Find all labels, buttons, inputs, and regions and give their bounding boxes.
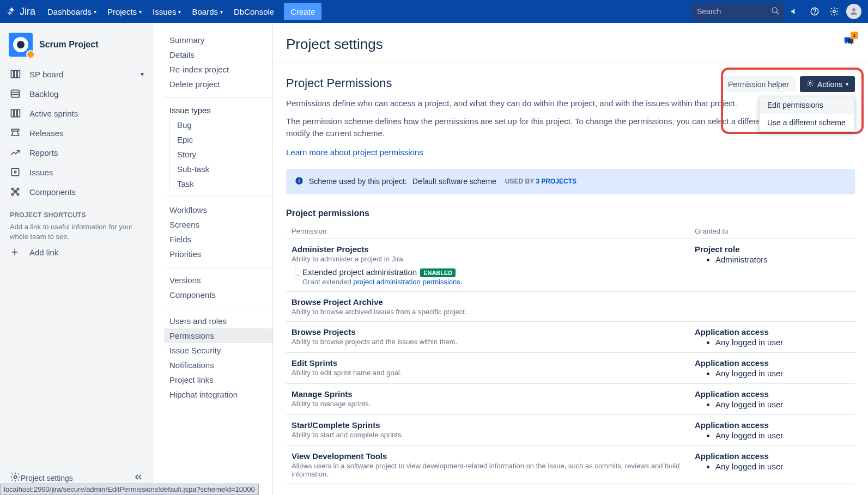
settings-nav-sub-task[interactable]: Sub-task bbox=[164, 162, 272, 176]
actions-label: Actions bbox=[817, 80, 842, 89]
nav-menu-boards[interactable]: Boards▾ bbox=[187, 3, 227, 20]
settings-nav: SummaryDetailsRe-index projectDelete pro… bbox=[154, 23, 273, 495]
settings-nav-components[interactable]: Components bbox=[164, 288, 272, 302]
settings-nav-screens[interactable]: Screens bbox=[164, 217, 272, 232]
sidebar-item-releases[interactable]: Releases bbox=[4, 123, 149, 143]
sidebar-item-active-sprints[interactable]: Active sprints bbox=[4, 103, 149, 123]
active-sprints-icon bbox=[10, 108, 22, 119]
permission-name: Manage Sprints bbox=[292, 389, 695, 399]
grant-item: Any logged in user bbox=[715, 338, 849, 347]
settings-nav-issue-security[interactable]: Issue Security bbox=[164, 343, 272, 358]
feedback-icon[interactable]: 1 bbox=[843, 35, 855, 48]
permission-desc: Ability to manage sprints. bbox=[292, 400, 695, 408]
sidebar-item-board[interactable]: SP board ▾ bbox=[4, 64, 149, 84]
sidebar-item-reports[interactable]: Reports bbox=[4, 143, 149, 162]
svg-rect-12 bbox=[11, 109, 14, 117]
permission-name: Start/Complete Sprints bbox=[292, 420, 695, 430]
actions-dropdown: Edit permissions Use a different scheme bbox=[759, 96, 855, 132]
chevron-down-icon: ▾ bbox=[846, 81, 848, 87]
settings-nav-summary[interactable]: Summary bbox=[164, 33, 272, 47]
settings-nav-hipchat-integration[interactable]: Hipchat integration bbox=[164, 387, 272, 402]
settings-nav-users-and-roles[interactable]: Users and roles bbox=[164, 314, 272, 328]
sidebar-item-backlog[interactable]: Backlog bbox=[4, 84, 149, 103]
actions-button[interactable]: Actions ▾ bbox=[800, 76, 855, 92]
learn-more-link[interactable]: Learn more about project permissions bbox=[286, 148, 423, 157]
nav-menu-dashboards[interactable]: Dashboards▾ bbox=[43, 3, 101, 20]
project-sidebar: Scrum Project SP board ▾ BacklogActive s… bbox=[0, 23, 154, 495]
profile-avatar[interactable] bbox=[845, 3, 863, 20]
grant-title: Application access bbox=[695, 358, 849, 368]
svg-point-32 bbox=[299, 178, 300, 179]
settings-nav-priorities[interactable]: Priorities bbox=[164, 247, 272, 261]
permission-row: Browse ProjectsAbility to browse project… bbox=[286, 322, 855, 353]
add-link[interactable]: Add link bbox=[4, 243, 149, 261]
sub-permission-desc: Grant extended project administration pe… bbox=[302, 278, 695, 286]
svg-rect-7 bbox=[14, 70, 16, 77]
permission-helper-button[interactable]: Permission helper bbox=[721, 76, 796, 92]
nav-menu-dbconsole[interactable]: DbConsole bbox=[229, 3, 278, 20]
dropdown-item-use-scheme[interactable]: Use a different scheme bbox=[760, 114, 854, 131]
settings-nav-project-links[interactable]: Project links bbox=[164, 372, 272, 387]
permission-name: Edit Sprints bbox=[292, 358, 695, 368]
sidebar-item-issues[interactable]: Issues bbox=[4, 162, 149, 182]
grant-item: Any logged in user bbox=[715, 462, 849, 471]
brand[interactable]: Jira bbox=[5, 5, 35, 17]
svg-rect-15 bbox=[11, 168, 19, 175]
scheme-label: Scheme used by this project: bbox=[309, 177, 407, 186]
settings-nav-details[interactable]: Details bbox=[164, 47, 272, 62]
permission-row: Edit SprintsAbility to edit sprint name … bbox=[286, 353, 855, 384]
settings-nav-delete-project[interactable]: Delete project bbox=[164, 77, 272, 91]
grant-title: Project role bbox=[695, 245, 849, 254]
settings-nav-notifications[interactable]: Notifications bbox=[164, 358, 272, 372]
used-by-link[interactable]: 3 PROJECTS bbox=[536, 178, 576, 185]
settings-nav-re-index-project[interactable]: Re-index project bbox=[164, 62, 272, 77]
perm-section-title: Project permissions bbox=[286, 209, 855, 218]
used-by-label: USED BY bbox=[505, 178, 534, 185]
nav-menu-projects[interactable]: Projects▾ bbox=[103, 3, 146, 20]
permission-desc: Ability to browse archived issues from a… bbox=[292, 308, 695, 316]
main-content: 1 Project settings Project Permissions P… bbox=[273, 23, 868, 495]
settings-nav-permissions[interactable]: Permissions bbox=[164, 328, 272, 343]
permission-name: Administer Projects bbox=[292, 245, 695, 254]
grant-item: Administrators bbox=[715, 255, 849, 264]
permission-desc: Ability to administer a project in Jira. bbox=[292, 255, 695, 263]
grant-title: Application access bbox=[695, 451, 849, 461]
settings-nav-bug[interactable]: Bug bbox=[164, 118, 272, 132]
search-input[interactable] bbox=[691, 3, 784, 20]
sub-permission-name: Extended project administrationENABLED bbox=[302, 267, 695, 277]
add-link-label: Add link bbox=[29, 248, 58, 257]
issues-icon bbox=[10, 167, 22, 178]
svg-point-4 bbox=[833, 10, 836, 13]
svg-rect-8 bbox=[17, 70, 20, 77]
settings-nav-workflows[interactable]: Workflows bbox=[164, 203, 272, 217]
svg-rect-31 bbox=[299, 180, 299, 182]
settings-nav-story[interactable]: Story bbox=[164, 147, 272, 162]
permission-name: View Development Tools bbox=[292, 451, 695, 461]
settings-nav-task[interactable]: Task bbox=[164, 176, 272, 191]
grant-title: Application access bbox=[695, 420, 849, 430]
backlog-icon bbox=[10, 88, 22, 99]
nav-menu-issues[interactable]: Issues▾ bbox=[148, 3, 185, 20]
sidebar-item-components[interactable]: Components bbox=[4, 182, 149, 201]
permission-desc: Allows users in a software project to vi… bbox=[292, 462, 695, 478]
releases-icon bbox=[10, 127, 22, 138]
svg-rect-9 bbox=[11, 90, 20, 97]
settings-nav-issue-types[interactable]: Issue types bbox=[164, 103, 272, 118]
settings-nav-fields[interactable]: Fields bbox=[164, 232, 272, 247]
create-button[interactable]: Create bbox=[284, 3, 321, 20]
scheme-info-panel: Scheme used by this project: Default sof… bbox=[286, 169, 855, 194]
svg-point-16 bbox=[14, 171, 16, 173]
svg-rect-13 bbox=[14, 109, 16, 117]
settings-nav-epic[interactable]: Epic bbox=[164, 132, 272, 147]
help-icon[interactable] bbox=[806, 3, 823, 20]
settings-nav-versions[interactable]: Versions bbox=[164, 273, 272, 288]
dropdown-item-edit-permissions[interactable]: Edit permissions bbox=[760, 96, 854, 114]
megaphone-icon[interactable] bbox=[786, 3, 804, 20]
collapse-icon[interactable] bbox=[133, 472, 144, 484]
svg-point-28 bbox=[14, 476, 17, 479]
permission-row: Start/Complete SprintsAbility to start a… bbox=[286, 415, 855, 446]
admin-permissions-link[interactable]: project administration permissions bbox=[353, 278, 460, 286]
settings-icon[interactable] bbox=[825, 3, 843, 20]
permission-row: Administer ProjectsAbility to administer… bbox=[286, 239, 855, 292]
project-header[interactable]: Scrum Project bbox=[4, 29, 149, 64]
